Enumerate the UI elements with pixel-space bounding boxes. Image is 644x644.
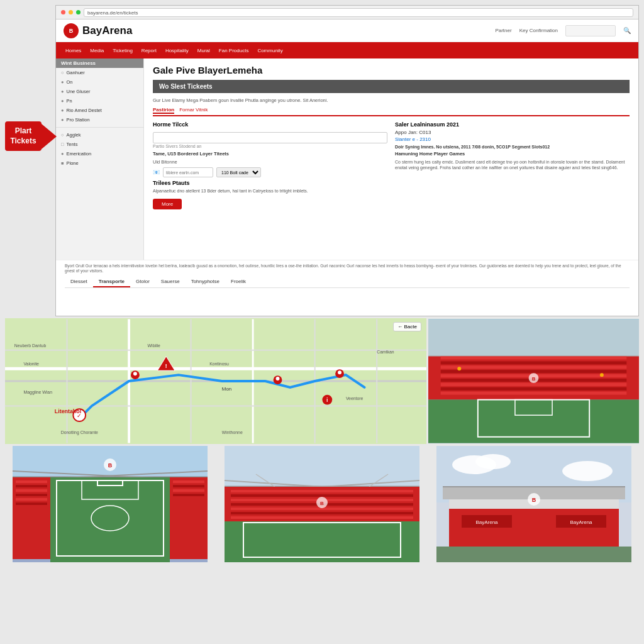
browser-dot-yellow	[69, 10, 73, 14]
stadium-interior-svg-3: B	[217, 446, 427, 562]
svg-rect-71	[173, 480, 204, 483]
svg-text:Valonite: Valonite	[24, 362, 40, 366]
sidebar-item-5[interactable]: ● Pro Station	[56, 115, 143, 125]
svg-rect-67	[16, 494, 47, 496]
sidebar-item-2[interactable]: ● Une Gluser	[56, 87, 143, 96]
bottom-tab-tohnyphotse[interactable]: Tohnyphotse	[186, 277, 225, 287]
svg-text:Litentahol: Litentahol	[55, 408, 81, 414]
header-link-partner[interactable]: Partner	[495, 28, 511, 33]
svg-point-105	[562, 461, 613, 481]
svg-point-54	[457, 367, 461, 370]
section-banner: Wo Slest Tickeets	[153, 80, 630, 93]
svg-rect-73	[173, 489, 204, 492]
bottom-tab-transporte[interactable]: Transporte	[93, 277, 130, 287]
sidebar-item-7[interactable]: □ Tents	[56, 140, 143, 149]
svg-rect-48	[441, 383, 627, 386]
svg-rect-50	[441, 392, 627, 395]
svg-point-13	[133, 372, 137, 375]
bottom-tabs-bar: Diesset Transporte Gtolor Sauerse Tohnyp…	[65, 277, 630, 288]
more-button[interactable]: More	[153, 199, 182, 209]
sidebar-icon-6: ○	[61, 132, 64, 138]
field1-input[interactable]	[153, 132, 387, 143]
site-main: Wint Business ○ Ganhuer ● On ● Une Gluse…	[56, 58, 638, 260]
svg-point-16	[276, 377, 280, 380]
header-search-input[interactable]	[565, 25, 616, 36]
sidebar-item-1[interactable]: ● On	[56, 77, 143, 87]
stadium-photo-3: B	[217, 446, 427, 562]
svg-rect-43	[441, 361, 627, 364]
nav-community[interactable]: Community	[253, 48, 287, 53]
search-icon[interactable]: 🔍	[623, 27, 631, 34]
arrow-label: Plart Tickets	[5, 121, 42, 151]
svg-rect-74	[173, 494, 204, 496]
website-mockup: bayarena.de/en/tickets B BayArena Partne…	[55, 5, 639, 316]
page-title: Gale Pive BlayerLemeha	[153, 65, 630, 75]
nav-ticketing[interactable]: Ticketing	[108, 48, 137, 53]
svg-text:i: i	[326, 397, 328, 404]
sidebar-icon-4: ●	[61, 108, 64, 113]
browser-url-bar[interactable]: bayarena.de/en/tickets	[84, 8, 633, 17]
form-row-3: Uld Bitonne	[153, 159, 387, 165]
header-link-key[interactable]: Key Confirmation	[519, 28, 558, 33]
svg-text:!: !	[165, 362, 167, 369]
sidebar: Wint Business ○ Ganhuer ● On ● Une Gluse…	[56, 58, 144, 260]
info-note: Doir Syning Imnes. No utslena, 2011 7/08…	[395, 145, 630, 149]
sidebar-icon-2: ●	[61, 89, 64, 94]
form-section2-desc: Alpanaeltuc dno atellent 13 Bder detum, …	[153, 188, 387, 194]
sidebar-icon-8: ●	[61, 151, 64, 157]
site-header: B BayArena Partner Key Confirmation 🔍	[56, 19, 638, 42]
sidebar-item-9[interactable]: ■ Plone	[56, 158, 143, 168]
info-link[interactable]: Slanter e - 2310	[395, 136, 630, 142]
svg-rect-75	[50, 477, 170, 562]
sidebar-item-4[interactable]: ● Rio Amed Destet	[56, 106, 143, 115]
select-input[interactable]: 110 Bolt cade	[216, 167, 261, 177]
sidebar-icon-3: ●	[61, 98, 64, 104]
map-svg: ! i ✓ Valonite Maggline Wian Kontinosu V…	[5, 318, 426, 444]
sidebar-item-0[interactable]: ○ Ganhuer	[56, 68, 143, 77]
stadium-interior-svg-2: B	[5, 446, 215, 562]
bottom-tab-sauerse[interactable]: Sauerse	[155, 277, 186, 287]
section-desc: Gur Live Elamy Mega Poabem goun Irvallie…	[153, 97, 630, 104]
nav-report[interactable]: Report	[137, 48, 161, 53]
bottom-tab-gtolor[interactable]: Gtolor	[130, 277, 155, 287]
sidebar-item-8[interactable]: ● Emerication	[56, 149, 143, 158]
sidebar-item-3[interactable]: ● Pn	[56, 96, 143, 106]
sidebar-icon-0: ○	[61, 70, 64, 75]
red-nav-bar: Homes Media Ticketing Report Hospitality…	[56, 42, 638, 58]
svg-rect-90	[231, 490, 413, 492]
svg-text:BayArena: BayArena	[475, 519, 498, 525]
nav-hospitality[interactable]: Hospitality	[161, 48, 193, 53]
tab-pastirion[interactable]: Pastirion	[153, 107, 174, 114]
nav-media[interactable]: Media	[86, 48, 108, 53]
svg-text:BayArena: BayArena	[570, 519, 592, 525]
email-input[interactable]	[163, 167, 213, 177]
svg-rect-83	[225, 446, 419, 490]
svg-text:Wibille: Wibille	[148, 343, 160, 348]
nav-homes[interactable]: Homes	[61, 48, 86, 53]
content-area: Gale Pive BlayerLemeha Wo Slest Tickeets…	[144, 58, 638, 260]
svg-point-55	[600, 373, 604, 377]
bottom-tab-diesset[interactable]: Diesset	[65, 277, 93, 287]
nav-fan-products[interactable]: Fan Products	[214, 48, 253, 53]
map-container: ! i ✓ Valonite Maggline Wian Kontinosu V…	[5, 318, 426, 444]
bottom-section: Byort Grult Gur tenacao a hels interniti…	[56, 260, 638, 288]
tab-fornar[interactable]: Fornar Vitnik	[179, 107, 208, 114]
svg-text:B: B	[532, 376, 536, 382]
bottom-photos-row: B	[5, 446, 639, 562]
svg-text:B: B	[532, 497, 536, 503]
svg-text:B: B	[320, 501, 324, 506]
sidebar-item-6[interactable]: ○ Agglek	[56, 130, 143, 140]
sidebar-icon-7: □	[61, 142, 64, 147]
svg-text:Neuberb Dantub: Neuberb Dantub	[14, 343, 47, 348]
svg-text:Camtkan: Camtkan	[377, 350, 394, 354]
nav-mural[interactable]: Mural	[193, 48, 214, 53]
svg-rect-42	[441, 357, 627, 360]
svg-rect-114	[436, 547, 631, 562]
stadium-photo-1: B	[428, 318, 639, 444]
stadium-interior-svg-1: B	[428, 318, 639, 444]
svg-rect-65	[16, 485, 47, 487]
svg-rect-96	[231, 516, 413, 519]
map-back-button[interactable]: ← Bacte	[393, 322, 421, 331]
svg-rect-95	[231, 512, 413, 514]
bottom-tab-froelik[interactable]: Froelik	[225, 277, 252, 287]
